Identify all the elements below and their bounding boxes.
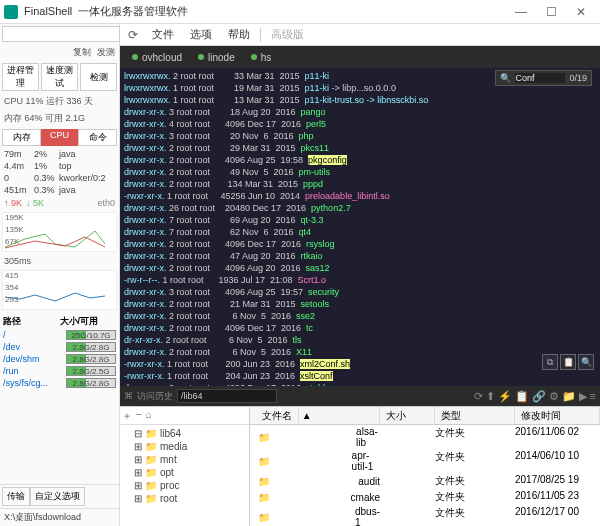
file-row[interactable]: 📁cmake文件夹2016/11/05 23 (250, 489, 600, 505)
disk-row[interactable]: /run2.8G/2.5G (2, 365, 117, 377)
download-icon[interactable]: ⚡ (498, 390, 512, 403)
tree-item[interactable]: ⊞ 📁 proc (122, 479, 247, 492)
detect-button-2[interactable]: 检测 (80, 63, 117, 91)
link-icon[interactable]: 🔗 (532, 390, 546, 403)
close-button[interactable]: ✕ (566, 5, 596, 19)
term-line: lrwxrwxrwx. 1 root root 13 Mar 31 2015 p… (124, 94, 596, 106)
term-line: drwxr-xr-x. 2 root root 4096 Aug 25 19:5… (124, 154, 596, 166)
col-type[interactable]: 类型 (435, 407, 515, 424)
term-line: drwxr-xr-x. 2 root root 21 Mar 31 2015 s… (124, 298, 596, 310)
col-cpu[interactable]: CPU (41, 129, 78, 146)
tree-item[interactable]: ⊞ 📁 mnt (122, 453, 247, 466)
file-row[interactable]: 📁audit文件夹2017/08/25 19 (250, 473, 600, 489)
term-line: drwxr-xr-x. 3 root root 18 Aug 20 2016 p… (124, 106, 596, 118)
tree-item[interactable]: ⊞ 📁 opt (122, 466, 247, 479)
file-row[interactable]: 📁alsa-lib文件夹2016/11/06 02 (250, 425, 600, 449)
gear-icon[interactable]: ⚙ (549, 390, 559, 403)
sidebar: 检测 复制 发测 进程管理 速度测试 检测 CPU 11% 运行 336 天 内… (0, 24, 120, 526)
term-line: -rwxr-xr-x. 1 root root 200 Jun 23 2016 … (124, 358, 596, 370)
terminal[interactable]: 🔍 0/19 lrwxrwxrwx. 2 root root 33 Mar 31… (120, 68, 600, 386)
test-label[interactable]: 发测 (97, 46, 115, 59)
term-line: drwxr-xr-x. 2 root root 6 Nov 5 2016 sse… (124, 310, 596, 322)
disk-row[interactable]: /dev2.8G/2.8G (2, 341, 117, 353)
net-up: ↑ 9K (4, 198, 22, 208)
terminal-tabs: ovhcloud linode hs (120, 46, 600, 68)
menu-help[interactable]: 帮助 (222, 25, 256, 44)
disk-row[interactable]: /sys/fs/cg...2.8G/2.8G (2, 377, 117, 389)
term-line: drwxr-xr-x. 3 root root 20 Nov 6 2016 ph… (124, 130, 596, 142)
term-line: dr-xr-xr-x. 2 root root 6 Nov 5 2016 tls (124, 334, 596, 346)
zoom-icon[interactable]: 🔍 (578, 354, 594, 370)
refresh-icon[interactable]: ⟳ (474, 390, 483, 403)
term-line: drwxr-xr-x. 2 root root 6 Nov 5 2016 X11 (124, 346, 596, 358)
search-input[interactable] (515, 73, 565, 83)
term-line: drwxr-xr-x. 7 root root 69 Aug 20 2016 q… (124, 214, 596, 226)
cpu-status: CPU 11% 运行 336 天 (0, 93, 119, 110)
tab-hs[interactable]: hs (243, 50, 280, 65)
folder-icon[interactable]: 📁 (562, 390, 576, 403)
paste-icon[interactable]: 📋 (560, 354, 576, 370)
copy-label[interactable]: 复制 (73, 46, 91, 59)
col-mtime[interactable]: 修改时间 (515, 407, 600, 424)
maximize-button[interactable]: ☐ (536, 5, 566, 19)
clipboard-icon[interactable]: 📋 (515, 390, 529, 403)
col-size[interactable]: 大小 (380, 407, 435, 424)
menubar: ⟳ 文件 选项 帮助 高级版 (120, 24, 600, 46)
terminal-status: ⌘ 访问历史 ⟳ ⬆ ⚡ 📋 🔗 ⚙ 📁 ▶ ≡ (120, 386, 600, 406)
copy-icon[interactable]: ⧉ (542, 354, 558, 370)
term-line: drwxr-xr-x. 2 root root 49 Nov 5 2016 pm… (124, 166, 596, 178)
proc-mgmt-button[interactable]: 进程管理 (2, 63, 39, 91)
titlebar: FinalShell 一体化服务器管理软件 — ☐ ✕ (0, 0, 600, 24)
proc-row[interactable]: 451m0.3%java (0, 184, 119, 196)
home-icon[interactable]: ⌂ (146, 409, 152, 422)
term-line: drwxr-xr-x. 7 root root 62 Nov 6 2016 qt… (124, 226, 596, 238)
lat-chart: 415 354 293 (2, 270, 117, 310)
term-line: drwxr-xr-x. 26 root root 20480 Dec 17 20… (124, 202, 596, 214)
app-icon (4, 5, 18, 19)
term-line: drwxr-xr-x. 2 root root 29 Mar 31 2015 p… (124, 142, 596, 154)
col-name[interactable]: 文件名 ▲ (250, 407, 380, 424)
proc-row[interactable]: 79m2%java (0, 148, 119, 160)
menu-options[interactable]: 选项 (184, 25, 218, 44)
minimize-button[interactable]: — (506, 5, 536, 19)
net-chart: 195K 135K 67K (2, 212, 117, 252)
col-cmd[interactable]: 命令 (78, 129, 117, 146)
sync-icon[interactable]: ⟳ (124, 26, 142, 44)
local-path: X:\桌面\fsdownload (0, 508, 119, 526)
app-title: FinalShell 一体化服务器管理软件 (24, 4, 506, 19)
term-line: drwxr-xr-x. 3 root root 4096 Aug 25 19:5… (124, 286, 596, 298)
term-line: -rw-r--r--. 1 root root 1936 Jul 17 21:0… (124, 274, 596, 286)
path-input[interactable] (177, 389, 277, 403)
menu-file[interactable]: 文件 (146, 25, 180, 44)
disk-row[interactable]: /25G/10.7G (2, 329, 117, 341)
col-mem[interactable]: 内存 (2, 129, 41, 146)
play-icon[interactable]: ▶ (579, 390, 587, 403)
term-line: drwxr-xr-x. 2 root root 4096 Aug 20 2016… (124, 262, 596, 274)
menu-premium[interactable]: 高级版 (265, 25, 310, 44)
tab-custom[interactable]: 自定义选项 (30, 487, 85, 506)
filter-input[interactable] (2, 26, 120, 42)
cmd-icon[interactable]: ⌘ (124, 391, 133, 401)
search-count: 0/19 (569, 72, 587, 84)
speed-test-button[interactable]: 速度测试 (41, 63, 78, 91)
tab-transfer[interactable]: 传输 (2, 487, 30, 506)
file-row[interactable]: 📁apr-util-1文件夹2014/06/10 10 (250, 449, 600, 473)
proc-row[interactable]: 4.4m1%top (0, 160, 119, 172)
file-tree: ＋−⌂ ⊟ 📁 lib64⊞ 📁 media⊞ 📁 mnt⊞ 📁 opt⊞ 📁 … (120, 407, 250, 526)
search-box: 🔍 0/19 (495, 70, 592, 86)
menu-icon[interactable]: ≡ (590, 390, 596, 403)
file-row[interactable]: 📁dbus-1文件夹2016/12/17 00 (250, 505, 600, 526)
term-line: drwxr-xr-x. 2 root root 4096 Dec 17 2016… (124, 382, 596, 386)
remove-icon[interactable]: − (136, 409, 142, 422)
tab-linode[interactable]: linode (190, 50, 243, 65)
tree-item[interactable]: ⊞ 📁 root (122, 492, 247, 505)
add-icon[interactable]: ＋ (122, 409, 132, 422)
search-icon: 🔍 (500, 72, 511, 84)
tree-item[interactable]: ⊞ 📁 media (122, 440, 247, 453)
tree-item[interactable]: ⊟ 📁 lib64 (122, 427, 247, 440)
upload-icon[interactable]: ⬆ (486, 390, 495, 403)
disk-row[interactable]: /dev/shm2.8G/2.8G (2, 353, 117, 365)
tab-ovhcloud[interactable]: ovhcloud (124, 50, 190, 65)
term-line: -rwxr-xr-x. 1 root root 45256 Jun 10 201… (124, 190, 596, 202)
proc-row[interactable]: 00.3%kworker/0:2 (0, 172, 119, 184)
